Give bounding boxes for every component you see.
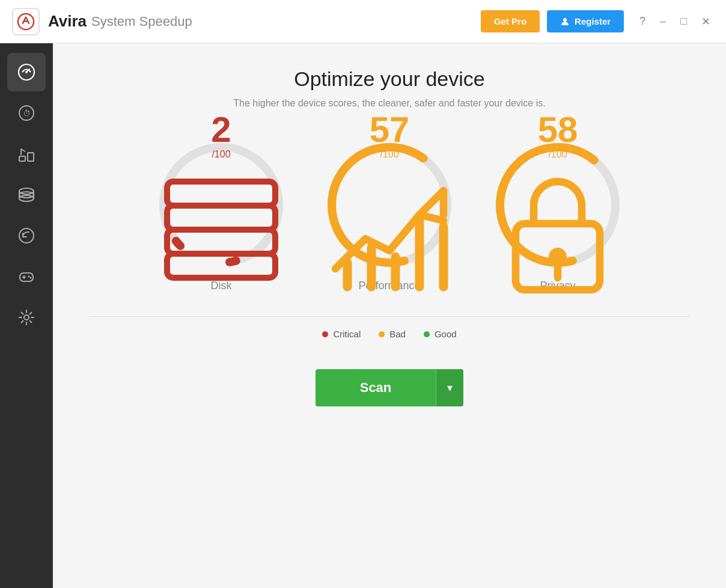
svg-point-21 — [30, 277, 32, 279]
performance-score: 57 — [370, 112, 410, 148]
performance-score-center: 57 /100 — [323, 112, 456, 298]
legend-good-label: Good — [435, 329, 457, 339]
startup-icon — [17, 144, 36, 164]
chevron-down-icon: ▾ — [447, 382, 453, 394]
register-button[interactable]: Register — [547, 10, 624, 32]
sidebar-item-startup[interactable] — [7, 135, 46, 173]
gauges-row: 2 /100 Disk — [155, 139, 624, 292]
optimizer-icon: ⏱ — [17, 103, 36, 123]
main-content: Optimize your device The higher the devi… — [53, 43, 726, 588]
disk-score-center: 2 /100 — [155, 112, 287, 298]
title-bar: Avira System Speedup Get Pro Register ? … — [0, 0, 726, 43]
legend: Critical Bad Good — [89, 316, 690, 339]
app-body: ⏱ — [0, 43, 726, 588]
scan-button[interactable]: Scan — [316, 369, 436, 406]
disk-doctor-icon — [17, 185, 36, 204]
svg-point-22 — [24, 315, 29, 320]
page-title: Optimize your device — [294, 67, 484, 91]
svg-text:⏱: ⏱ — [23, 109, 31, 118]
privacy-gauge-circle: 58 /100 — [492, 139, 624, 271]
sidebar-item-restore[interactable] — [7, 216, 46, 255]
legend-good-dot — [424, 331, 430, 337]
scan-button-group: Scan ▾ — [316, 369, 463, 406]
disk-denom: /100 — [212, 149, 230, 160]
close-button[interactable]: ✕ — [698, 13, 714, 31]
privacy-score: 58 — [538, 112, 578, 148]
performance-gauge-circle: 57 /100 — [323, 139, 456, 271]
app-subtitle: System Speedup — [91, 14, 192, 29]
disk-icon — [155, 164, 287, 298]
svg-point-16 — [19, 228, 34, 243]
help-button[interactable]: ? — [636, 13, 649, 30]
legend-bad-label: Bad — [389, 329, 406, 339]
svg-rect-25 — [167, 254, 275, 278]
window-controls: ? – □ ✕ — [636, 13, 714, 31]
legend-critical-dot — [322, 331, 328, 337]
scan-dropdown-button[interactable]: ▾ — [436, 369, 463, 406]
svg-point-20 — [28, 276, 30, 278]
settings-icon — [17, 308, 36, 327]
sidebar-item-disk-doctor[interactable] — [7, 176, 46, 214]
privacy-gauge: 58 /100 Privacy — [492, 139, 624, 292]
user-icon — [560, 17, 570, 26]
svg-rect-7 — [19, 156, 25, 161]
sidebar-item-optimizer[interactable]: ⏱ — [7, 94, 46, 132]
dashboard-icon — [17, 63, 36, 82]
maximize-button[interactable]: □ — [677, 13, 691, 30]
svg-rect-8 — [28, 153, 34, 161]
legend-bad-dot — [379, 331, 385, 337]
game-booster-icon — [17, 267, 36, 286]
privacy-score-center: 58 /100 — [492, 112, 624, 298]
performance-icon — [323, 164, 456, 298]
legend-critical-label: Critical — [333, 329, 361, 339]
svg-point-1 — [563, 18, 567, 22]
performance-gauge: 57 /100 — [323, 139, 456, 292]
legend-good: Good — [424, 329, 457, 339]
svg-rect-26 — [167, 230, 275, 254]
performance-denom: /100 — [380, 149, 398, 160]
privacy-denom: /100 — [548, 149, 567, 160]
page-subtitle: The higher the device scores, the cleane… — [233, 98, 545, 109]
legend-bad: Bad — [379, 329, 406, 339]
disk-score: 2 — [211, 112, 231, 148]
svg-rect-28 — [167, 182, 275, 206]
restore-icon — [17, 226, 36, 245]
sidebar-item-settings[interactable] — [7, 298, 46, 337]
privacy-icon — [492, 164, 624, 298]
get-pro-button[interactable]: Get Pro — [481, 10, 540, 32]
sidebar: ⏱ — [0, 43, 53, 588]
disk-gauge-circle: 2 /100 — [155, 139, 287, 271]
svg-point-4 — [25, 71, 28, 73]
svg-rect-27 — [167, 206, 275, 230]
disk-gauge: 2 /100 Disk — [155, 139, 287, 292]
sidebar-item-game-booster[interactable] — [7, 257, 46, 296]
minimize-button[interactable]: – — [656, 13, 670, 30]
sidebar-item-dashboard[interactable] — [7, 53, 46, 91]
legend-critical: Critical — [322, 329, 361, 339]
avira-logo-icon — [17, 13, 35, 31]
app-logo — [12, 8, 40, 35]
app-name: Avira — [48, 12, 87, 31]
